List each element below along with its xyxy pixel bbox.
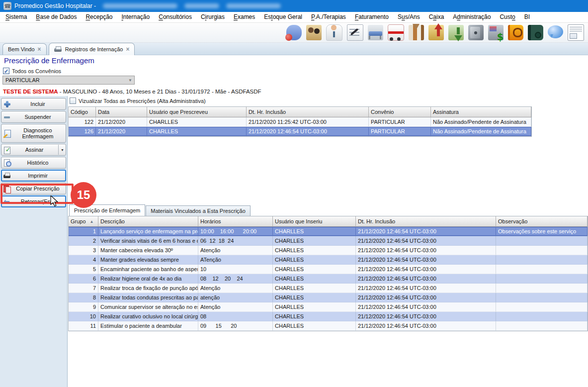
phone-book-icon[interactable] bbox=[508, 25, 523, 40]
cell-dt-hr-inclusao: 21/12/2020 12:46:54 UTC-03:00 bbox=[356, 321, 496, 331]
sidebar-button-copiar-prescricao[interactable]: Copiar Prescrição bbox=[1, 183, 66, 194]
invoice-icon[interactable] bbox=[568, 24, 584, 41]
column-header-horarios[interactable]: Horários bbox=[198, 216, 273, 226]
ambulance-icon[interactable] bbox=[388, 24, 404, 41]
column-header-convenio[interactable]: Convênio bbox=[369, 107, 431, 117]
button-label: Copiar Prescrição bbox=[11, 186, 64, 192]
cell-grupo: 9 bbox=[69, 302, 98, 312]
sidebar-button-assinar[interactable]: Assinar▼ bbox=[1, 144, 66, 156]
menu-estoque-geral[interactable]: Estoque Geral bbox=[259, 12, 307, 22]
cell-usuario-que-inseriu: CHARLLES bbox=[273, 265, 356, 274]
table-row[interactable]: 8Realizar todas condutas prescritas ao p… bbox=[69, 293, 588, 302]
detail-tab-materiais-vinculados-a-esta-prescricao[interactable]: Materiais Vinculados a Esta Prescrição bbox=[146, 205, 251, 216]
payment-down-icon[interactable] bbox=[448, 25, 464, 40]
column-header-dt-hr-inclusao[interactable]: Dt. Hr. Inclusão bbox=[247, 107, 369, 117]
patient-sync-icon[interactable] bbox=[286, 25, 302, 40]
table-row[interactable]: 3Manter cabeceira elevada 30ºAtençãoCHAR… bbox=[69, 246, 588, 255]
cell-usuario-que-inseriu: CHARLLES bbox=[273, 274, 356, 284]
cell-dt-hr-inclusao: 21/12/2020 12:46:54 UTC-03:00 bbox=[356, 284, 496, 293]
revenue-up-icon[interactable] bbox=[428, 25, 444, 40]
table-row[interactable]: 1Lançando serviço de enfermagem na pre10… bbox=[69, 227, 588, 236]
cell-horarios: 08 12 20 24 bbox=[198, 274, 273, 284]
tab-registros-de-internacao[interactable]: Registros de Internação× bbox=[49, 43, 135, 55]
sidebar-button-imprimir[interactable]: Imprimir bbox=[1, 170, 66, 182]
sidebar-button-suspender[interactable]: Suspender bbox=[1, 111, 66, 123]
table-row[interactable]: 6Realizar higiene oral de 4x ao dia08 12… bbox=[69, 274, 588, 284]
patient-details: - MASCULINO - 48 Anos, 10 Meses e 21 Dia… bbox=[58, 89, 261, 95]
menu-internacao[interactable]: Internação bbox=[117, 12, 154, 22]
tab-bem-vindo[interactable]: Bem Vindo× bbox=[2, 43, 47, 55]
cell-horarios: Atenção bbox=[198, 284, 273, 293]
menu-sistema[interactable]: Sistema bbox=[1, 12, 31, 22]
table-row[interactable]: 12621/12/2020CHARLLES21/12/2020 12:46:54… bbox=[69, 127, 531, 136]
menu-cirurgias[interactable]: Cirurgias bbox=[196, 12, 229, 22]
table-row[interactable]: 9Comunicar supervisor se alteração no es… bbox=[69, 302, 588, 312]
menu-faturamento[interactable]: Faturamento bbox=[350, 12, 393, 22]
cell-descricao: Encaminhar paciente ao banho de aspers bbox=[98, 265, 198, 274]
menu-custo[interactable]: Custo bbox=[495, 12, 519, 22]
column-header-dt-hr-inclusao[interactable]: Dt. Hr. Inclusão bbox=[356, 216, 496, 226]
menu-consultorios[interactable]: Consultórios bbox=[154, 12, 196, 22]
all-convenios-label: Todos os Convênios bbox=[12, 68, 61, 74]
menu-administracao[interactable]: Administração bbox=[448, 12, 495, 22]
column-header-usuario-que-inseriu[interactable]: Usuário que Inseriu bbox=[273, 216, 356, 226]
checkbox-checked-icon[interactable]: ✓ bbox=[3, 68, 9, 74]
all-convenios-checkbox[interactable]: ✓ Todos os Convênios bbox=[3, 68, 61, 74]
menu-base-de-dados[interactable]: Base de Dados bbox=[31, 12, 81, 22]
table-row[interactable]: 11Estimular o paciente a deambular09 15 … bbox=[69, 321, 588, 331]
reception-icon[interactable] bbox=[306, 25, 322, 40]
button-label: Incluir bbox=[11, 101, 64, 107]
cell-dt-hr-inclusao: 21/12/2020 12:46:54 UTC-03:00 bbox=[356, 255, 496, 265]
cell-dt-hr-inclusao: 21/12/2020 12:46:54 UTC-03:00 bbox=[356, 246, 496, 255]
page-title: Prescrição de Enfermagem bbox=[4, 56, 94, 65]
table-row[interactable]: 7Realizar troca de fixação de punção apó… bbox=[69, 284, 588, 293]
table-row[interactable]: 2Verificar sinais vitais de 6 em 6 horas… bbox=[69, 236, 588, 246]
sidebar-button-retornar-esc[interactable]: Retornar(Esc) bbox=[1, 195, 66, 207]
show-all-prescriptions-checkbox[interactable]: Vizualizar Todas as Prescrições (Alta Ad… bbox=[70, 97, 206, 104]
cell-descricao: Verificar sinais vitais de 6 em 6 horas … bbox=[98, 236, 198, 246]
column-header-descricao[interactable]: Descrição bbox=[98, 216, 198, 226]
pharmacy-stock-icon[interactable] bbox=[409, 25, 424, 40]
menu-p-a-terapias[interactable]: P.A./Terapias bbox=[307, 12, 350, 22]
detail-tab-prescricao-de-enfermagem[interactable]: Prescrição de Enfermagem bbox=[69, 204, 145, 216]
cell-data: 21/12/2020 bbox=[96, 117, 147, 127]
menu-caixa[interactable]: Caixa bbox=[424, 12, 449, 22]
column-header-data[interactable]: Data bbox=[96, 107, 147, 117]
bed-icon[interactable] bbox=[368, 25, 383, 40]
column-header-usuario-que-prescreveu[interactable]: Usuário que Prescreveu bbox=[147, 107, 247, 117]
close-icon[interactable]: × bbox=[38, 46, 41, 52]
convenio-select[interactable]: PARTICULAR ▼ bbox=[2, 76, 135, 85]
cash-register-icon[interactable] bbox=[488, 25, 504, 40]
table-row[interactable]: 4Manter grades elevadas sempreATençãoCHA… bbox=[69, 255, 588, 265]
dropdown-arrow-icon[interactable]: ▼ bbox=[58, 145, 64, 155]
table-row[interactable]: 10Realizar curativo oclusivo no local ci… bbox=[69, 312, 588, 321]
table-row[interactable]: 5Encaminhar paciente ao banho de aspers1… bbox=[69, 265, 588, 274]
table-row[interactable]: 12221/12/2020CHARLLES21/12/2020 11:25:42… bbox=[69, 117, 531, 127]
doctor-icon[interactable] bbox=[326, 24, 342, 41]
cell-observacao: Observações sobre este serviço bbox=[496, 227, 588, 236]
menu-sus-ans[interactable]: Sus/Ans bbox=[393, 12, 424, 22]
ledger-book-icon[interactable] bbox=[528, 25, 543, 40]
prescription-icon[interactable] bbox=[347, 24, 363, 41]
checkbox-unchecked-icon[interactable] bbox=[70, 97, 76, 104]
sidebar-button-historico[interactable]: Histórico bbox=[1, 157, 66, 169]
chat-icon[interactable] bbox=[548, 25, 563, 38]
sidebar-button-diagnostico-enfermagem[interactable]: Diagnostico Enfermagem bbox=[1, 124, 66, 143]
safe-icon[interactable] bbox=[468, 25, 484, 40]
sidebar-button-incluir[interactable]: Incluir bbox=[1, 98, 66, 110]
cell-horarios: 10:00 16:00 20:00 bbox=[198, 227, 273, 236]
cell-dt-hr-inclusao: 21/12/2020 11:25:42 UTC-03:00 bbox=[247, 117, 369, 127]
menu-bi[interactable]: BI bbox=[520, 12, 534, 22]
header-label: Dt. Hr. Inclusão bbox=[358, 218, 395, 224]
menu-recepcao[interactable]: Recepção bbox=[81, 12, 117, 22]
history-icon bbox=[3, 159, 11, 167]
close-icon[interactable]: × bbox=[126, 46, 129, 52]
cell-assinatura: Não Assinado/Pendente de Assinatura bbox=[431, 117, 531, 127]
column-header-observacao[interactable]: Observação bbox=[496, 216, 588, 226]
menu-exames[interactable]: Exames bbox=[229, 12, 259, 22]
tab-label: Bem Vindo bbox=[8, 46, 35, 52]
column-header-assinatura[interactable]: Assinatura bbox=[431, 107, 531, 117]
app-phone-icon: ☎ bbox=[3, 2, 11, 10]
column-header-grupo[interactable]: Grupo▲ bbox=[69, 216, 98, 226]
column-header-codigo[interactable]: Código bbox=[69, 107, 96, 117]
